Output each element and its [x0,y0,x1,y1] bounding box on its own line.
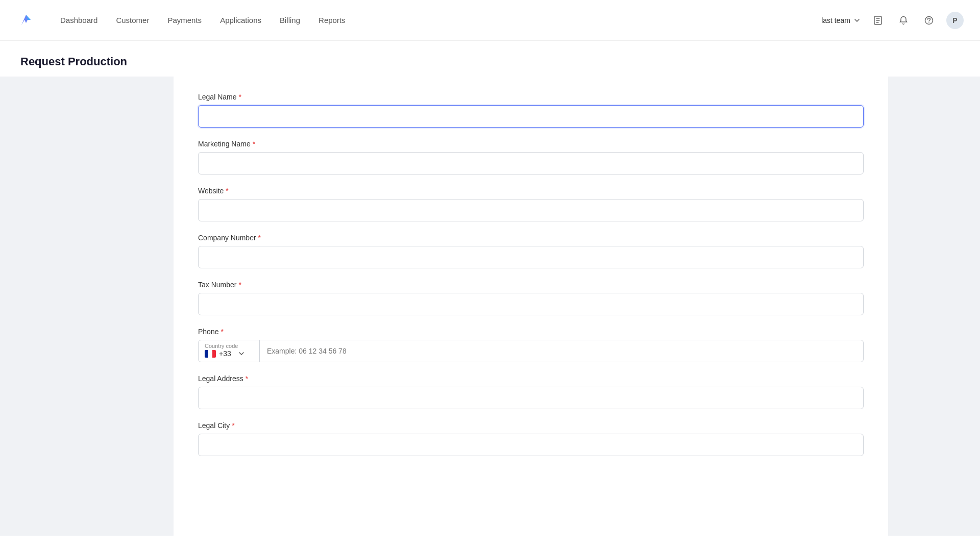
nav-item-customer[interactable]: Customer [116,14,149,27]
avatar[interactable]: P [946,12,964,29]
input-company-number[interactable] [198,246,864,268]
required-star-legal-name: * [239,93,241,101]
required-star-phone: * [220,328,223,336]
sidebar-right [888,77,980,536]
label-legal-name: Legal Name * [198,93,864,101]
input-marketing-name[interactable] [198,152,864,174]
label-marketing-name: Marketing Name * [198,140,864,148]
field-website: Website * [198,187,864,221]
navbar-right: last team P [821,12,964,29]
label-legal-address: Legal Address * [198,374,864,383]
field-company-number: Company Number * [198,234,864,268]
label-phone: Phone * [198,328,864,336]
required-star-legal-city: * [232,421,234,430]
nav-menu: Dashboard Customer Payments Applications… [60,14,821,27]
nav-item-dashboard[interactable]: Dashboard [60,14,97,27]
required-star-marketing-name: * [253,140,255,148]
field-tax-number: Tax Number * [198,281,864,315]
main-content: Legal Name * Marketing Name * Website * … [0,77,980,536]
input-legal-address[interactable] [198,387,864,409]
form-card: Legal Name * Marketing Name * Website * … [174,77,888,536]
chevron-down-icon [853,17,861,24]
input-tax-number[interactable] [198,293,864,315]
svg-point-2 [928,22,929,23]
book-icon[interactable] [870,12,886,29]
label-company-number: Company Number * [198,234,864,242]
page-title: Request Production [20,55,960,68]
country-code-label: Country code [205,343,238,349]
field-marketing-name: Marketing Name * [198,140,864,174]
sidebar-left [0,77,174,536]
field-legal-address: Legal Address * [198,374,864,409]
field-legal-name: Legal Name * [198,93,864,128]
page-title-bar: Request Production [0,41,980,77]
phone-number-input[interactable] [260,340,863,362]
bell-icon[interactable] [895,12,912,29]
required-star-website: * [226,187,228,195]
field-phone: Phone * Country code +33 [198,328,864,362]
nav-item-payments[interactable]: Payments [167,14,202,27]
help-icon[interactable] [921,12,937,29]
field-legal-city: Legal City * [198,421,864,456]
required-star-tax-number: * [238,281,241,289]
required-star-company-number: * [258,234,261,242]
nav-item-reports[interactable]: Reports [318,14,346,27]
input-website[interactable] [198,199,864,221]
country-code-value: +33 [205,349,231,358]
team-label: last team [821,16,850,24]
country-code-chevron-icon [238,350,244,357]
input-legal-name[interactable] [198,105,864,128]
team-selector[interactable]: last team [821,16,861,24]
label-legal-city: Legal City * [198,421,864,430]
nav-item-applications[interactable]: Applications [220,14,261,27]
input-legal-city[interactable] [198,434,864,456]
flag-france-icon [205,350,216,358]
required-star-legal-address: * [246,374,248,383]
country-code-selector[interactable]: Country code +33 [199,340,260,362]
logo[interactable] [16,11,36,30]
label-tax-number: Tax Number * [198,281,864,289]
navbar: Dashboard Customer Payments Applications… [0,0,980,41]
label-website: Website * [198,187,864,195]
nav-item-billing[interactable]: Billing [280,14,300,27]
phone-input-wrapper: Country code +33 [198,340,864,362]
